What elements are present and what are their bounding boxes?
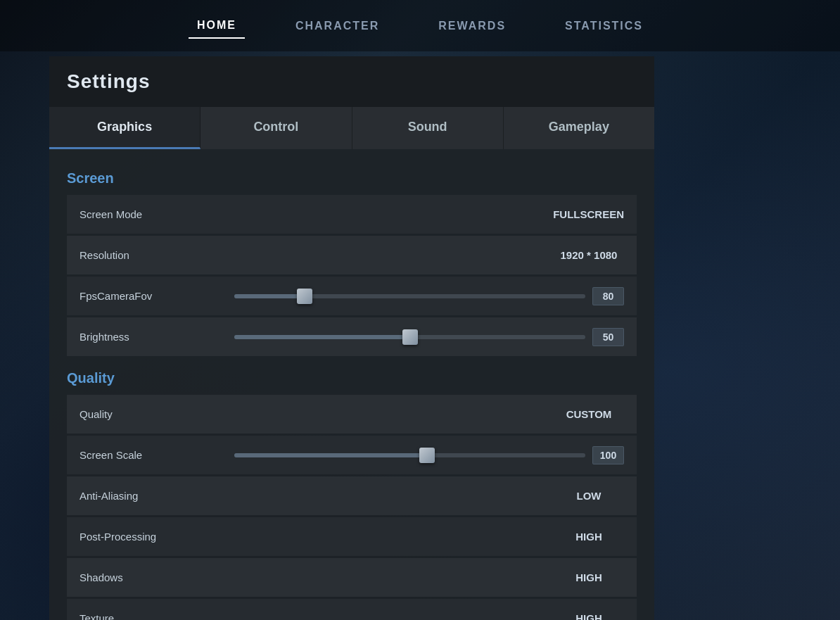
row-texture: Texture HIGH [67, 599, 637, 620]
row-quality: Quality CUSTOM [67, 395, 637, 434]
right-panel-decorative [654, 56, 840, 620]
section-screen-heading: Screen [67, 170, 637, 186]
slider-fill-screen-scale [234, 453, 427, 457]
label-resolution: Resolution [79, 249, 220, 261]
slider-brightness[interactable]: 50 [234, 328, 624, 346]
slider-screen-scale[interactable]: 100 [234, 446, 624, 464]
tab-control[interactable]: Control [201, 107, 352, 149]
tab-gameplay[interactable]: Gameplay [504, 107, 654, 149]
settings-title: Settings [67, 70, 637, 93]
row-brightness: Brightness 50 [67, 317, 637, 356]
slider-thumb-screen-scale[interactable] [419, 448, 435, 463]
row-screen-scale: Screen Scale 100 [67, 436, 637, 474]
section-quality-heading: Quality [67, 370, 637, 386]
value-quality[interactable]: CUSTOM [554, 408, 624, 420]
slider-value-brightness: 50 [592, 328, 624, 346]
label-anti-aliasing: Anti-Aliasing [79, 490, 220, 502]
slider-fill-brightness [234, 335, 410, 339]
value-screen-mode[interactable]: FULLSCREEN [553, 208, 624, 220]
slider-track-brightness [234, 335, 585, 339]
label-post-processing: Post-Processing [79, 531, 220, 543]
nav-statistics[interactable]: STATISTICS [556, 14, 651, 38]
row-fps-camera-fov: FpsCameraFov 80 [67, 277, 637, 315]
row-post-processing: Post-Processing HIGH [67, 517, 637, 556]
slider-track-fps [234, 294, 585, 298]
slider-thumb-brightness[interactable] [402, 329, 418, 345]
row-shadows: Shadows HIGH [67, 558, 637, 597]
settings-header: Settings [49, 56, 654, 107]
label-fps-camera-fov: FpsCameraFov [79, 290, 220, 302]
slider-fill-fps [234, 294, 305, 298]
slider-fps-camera-fov[interactable]: 80 [234, 287, 624, 305]
top-navigation: HOME CHARACTER REWARDS STATISTICS [0, 0, 840, 51]
slider-value-fps: 80 [592, 287, 624, 305]
row-anti-aliasing: Anti-Aliasing LOW [67, 476, 637, 515]
slider-value-screen-scale: 100 [592, 446, 624, 464]
label-quality: Quality [79, 408, 220, 420]
nav-character[interactable]: CHARACTER [287, 14, 388, 38]
slider-thumb-fps[interactable] [297, 289, 312, 304]
label-brightness: Brightness [79, 331, 220, 343]
tab-graphics[interactable]: Graphics [49, 107, 201, 149]
settings-panel: Settings Graphics Control Sound Gameplay… [49, 56, 654, 620]
row-resolution: Resolution 1920 * 1080 [67, 236, 637, 274]
label-screen-mode: Screen Mode [79, 208, 220, 220]
settings-tabs: Graphics Control Sound Gameplay [49, 107, 654, 149]
row-screen-mode: Screen Mode FULLSCREEN [67, 195, 637, 234]
label-texture: Texture [79, 612, 220, 620]
nav-home[interactable]: HOME [189, 13, 245, 39]
value-post-processing[interactable]: HIGH [554, 531, 624, 543]
value-texture[interactable]: HIGH [554, 612, 624, 620]
slider-track-screen-scale [234, 453, 585, 457]
value-anti-aliasing[interactable]: LOW [554, 490, 624, 502]
settings-content: Screen Screen Mode FULLSCREEN Resolution… [49, 149, 654, 620]
tab-sound[interactable]: Sound [352, 107, 504, 149]
label-shadows: Shadows [79, 571, 220, 583]
nav-rewards[interactable]: REWARDS [430, 14, 514, 38]
value-shadows[interactable]: HIGH [554, 571, 624, 583]
value-resolution[interactable]: 1920 * 1080 [554, 249, 624, 261]
label-screen-scale: Screen Scale [79, 449, 220, 461]
